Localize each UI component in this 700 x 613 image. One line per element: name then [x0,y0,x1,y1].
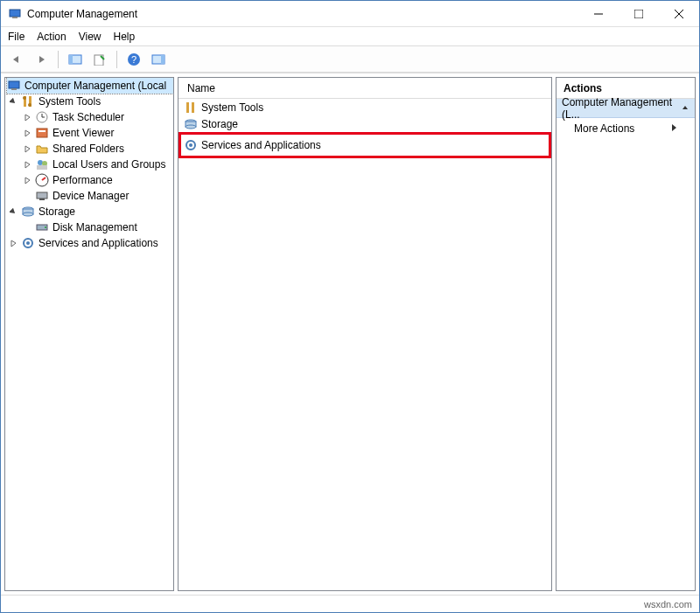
actions-more-actions[interactable]: More Actions [556,118,695,139]
list-item-storage[interactable]: Storage [178,115,551,132]
list-item-label: Storage [201,118,238,130]
back-button[interactable] [6,49,27,70]
svg-rect-16 [11,88,17,90]
tree-device-manager[interactable]: Device Manager [7,188,173,204]
menubar: File Action View Help [1,27,699,46]
tree-root[interactable]: Computer Management (Local [7,78,173,94]
svg-marker-34 [25,178,30,184]
svg-point-42 [23,212,33,216]
list-item-system-tools[interactable]: System Tools [178,99,551,115]
tree-system-tools-label: System Tools [37,95,102,108]
svg-rect-9 [69,55,73,64]
tree-disk-management-label: Disk Management [51,221,139,233]
svg-point-21 [28,103,32,107]
svg-rect-3 [634,10,643,18]
window-controls [578,1,699,26]
maximize-button[interactable] [619,1,659,26]
svg-marker-22 [25,115,30,121]
list-item-services-apps-highlighted[interactable]: Services and Applications [178,132,551,158]
svg-text:?: ? [131,54,136,65]
expand-icon[interactable] [21,127,33,139]
tree-shared-folders-label: Shared Folders [51,143,126,155]
svg-point-20 [23,96,26,100]
tree-pane[interactable]: Computer Management (Local System Tools [4,77,174,591]
tree-local-users[interactable]: Local Users and Groups [7,157,173,172]
services-icon [184,138,198,152]
tree-performance-label: Performance [51,174,115,186]
tree-storage-label: Storage [37,205,77,218]
content-area: Computer Management (Local System Tools [1,73,699,595]
collapse-icon[interactable] [7,205,19,218]
svg-rect-33 [37,165,47,170]
svg-point-52 [186,125,196,129]
expand-icon[interactable] [21,174,33,186]
clock-icon [35,110,49,124]
toolbar: ? [1,46,699,73]
actions-section-header[interactable]: Computer Management (L... [556,99,695,118]
navigation-tree: Computer Management (Local System Tools [5,78,173,251]
collapse-icon[interactable] [7,95,19,108]
show-hide-tree-button[interactable] [65,49,86,70]
close-button[interactable] [659,1,699,26]
tree-services-apps[interactable]: Services and Applications [7,235,173,251]
svg-marker-17 [10,98,17,106]
system-tools-icon [21,94,35,108]
menu-action[interactable]: Action [37,31,66,43]
tree-root-label: Computer Management (Local [23,80,168,92]
svg-point-54 [189,143,192,147]
device-manager-icon [35,189,49,203]
tree-event-viewer[interactable]: Event Viewer [7,125,173,141]
list-body: System Tools Storage Services and Applic… [178,99,551,590]
svg-rect-49 [192,102,194,113]
tree-task-scheduler[interactable]: Task Scheduler [7,109,173,125]
collapse-arrow-icon [681,102,690,115]
actions-pane: Actions Computer Management (L... More A… [556,77,696,591]
svg-rect-1 [12,17,18,18]
statusbar: wsxdn.com [1,595,699,612]
performance-icon [35,173,49,187]
list-item-label: Services and Applications [201,139,321,151]
menu-file[interactable]: File [8,31,24,43]
svg-marker-30 [25,162,30,168]
actions-more-label: More Actions [574,122,634,135]
tree-local-users-label: Local Users and Groups [51,158,167,171]
svg-point-47 [26,241,30,245]
tree-system-tools[interactable]: System Tools [7,94,173,109]
menu-help[interactable]: Help [114,31,136,43]
tree-storage[interactable]: Storage [7,204,173,219]
minimize-button[interactable] [578,1,619,26]
show-hide-action-pane-button[interactable] [148,49,169,70]
expand-icon[interactable] [7,237,19,249]
svg-rect-37 [37,192,47,199]
expand-icon[interactable] [21,143,33,155]
tree-shared-folders[interactable]: Shared Folders [7,141,173,157]
menu-view[interactable]: View [79,31,102,43]
svg-point-44 [45,226,46,228]
tree-device-manager-label: Device Manager [51,190,130,202]
services-icon [21,236,35,250]
svg-rect-28 [38,130,46,132]
svg-marker-45 [11,240,16,247]
forward-button[interactable] [31,49,52,70]
svg-rect-27 [37,129,47,137]
list-column-name[interactable]: Name [178,78,551,99]
app-icon [8,7,22,21]
svg-marker-55 [682,106,688,109]
toolbar-separator [116,51,117,68]
help-button[interactable]: ? [123,49,144,70]
properties-button[interactable] [89,49,110,70]
expand-icon[interactable] [21,111,33,123]
list-pane[interactable]: Name System Tools Storage [178,77,552,591]
svg-rect-14 [161,55,164,64]
tree-performance[interactable]: Performance [7,172,173,188]
shared-folders-icon [35,142,49,156]
users-icon [35,157,49,171]
storage-icon [184,117,198,131]
tree-disk-management[interactable]: Disk Management [7,219,173,235]
toolbar-separator [58,51,59,68]
system-tools-icon [184,101,198,115]
expand-icon[interactable] [21,158,33,171]
tree-services-apps-label: Services and Applications [37,237,160,249]
svg-marker-39 [10,208,17,216]
svg-rect-48 [186,102,189,113]
